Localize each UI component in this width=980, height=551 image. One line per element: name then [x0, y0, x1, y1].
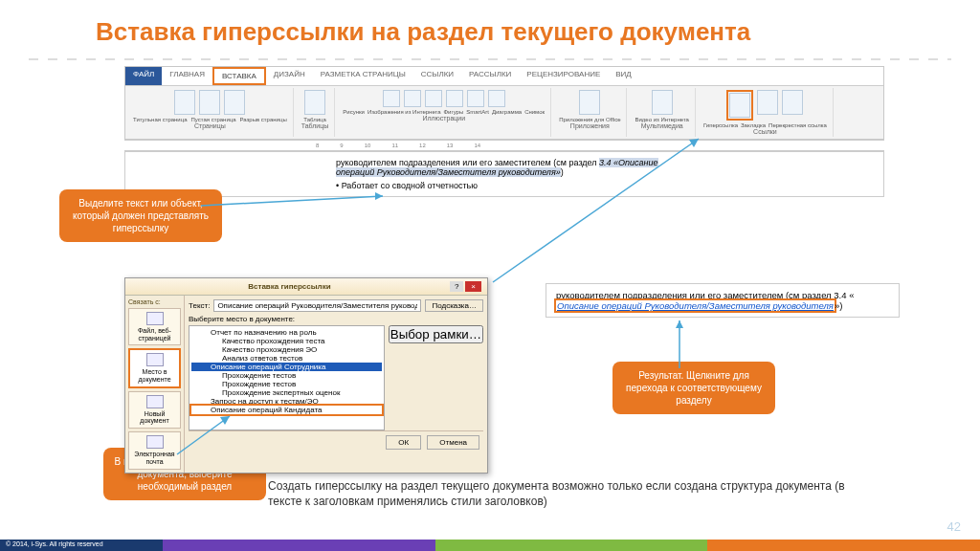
tree-item[interactable]: Анализ ответов тестов [191, 354, 382, 363]
svg-marker-7 [676, 320, 683, 328]
crossref-icon[interactable] [782, 90, 803, 115]
page-number: 42 [947, 519, 961, 534]
help-button[interactable]: ? [450, 281, 463, 292]
tree-item[interactable]: Отчет по назначению на роль [191, 328, 382, 337]
group-pages: Титульная страницаПустая страницаРазрыв … [127, 88, 294, 137]
chart-icon[interactable] [467, 90, 484, 107]
tree-item[interactable]: Прохождение тестов [191, 371, 382, 380]
text-input[interactable] [213, 299, 421, 312]
callout-select-text: Выделите текст или объект, который долже… [59, 189, 222, 242]
tree-item[interactable]: Прохождение экспертных оценок [191, 388, 382, 397]
document-icon [146, 353, 164, 366]
hint-button[interactable]: Подсказка… [425, 299, 483, 312]
slide-title: Вставка гиперссылки на раздел текущего д… [0, 0, 980, 55]
link-to-place[interactable]: Место в документе [128, 348, 181, 387]
globe-icon [146, 312, 164, 325]
frame-button[interactable]: Выбор рамки… [389, 325, 483, 343]
online-pictures-icon[interactable] [404, 90, 421, 107]
svg-line-0 [201, 196, 383, 206]
tab-file[interactable]: ФАЙЛ [125, 67, 162, 85]
link-to-new[interactable]: Новый документ [128, 391, 181, 429]
link-to-email[interactable]: Электронная почта [128, 431, 181, 469]
tab-mailings[interactable]: РАССЫЛКИ [461, 67, 519, 85]
tree-item[interactable]: Качество прохождения ЭО [191, 345, 382, 354]
hyperlink-highlight [726, 90, 753, 121]
group-links: ГиперссылкаЗакладкаПерекрестная ссылка С… [698, 88, 834, 137]
mail-icon [146, 435, 164, 449]
close-button[interactable]: × [465, 281, 481, 292]
result-hyperlink[interactable]: Описание операций Руководителя/Заместите… [556, 300, 835, 311]
tree-item[interactable]: Прохождение тестов [191, 380, 382, 388]
footer-bar: © 2014, i-Sys. All rights reserved [0, 540, 980, 551]
ok-button[interactable]: ОК [386, 435, 421, 450]
video-icon[interactable] [652, 90, 673, 115]
insert-hyperlink-dialog: Вставка гиперссылки ? × Связать с: Файл,… [124, 277, 488, 474]
group-illustrations: РисункиИзображения из ИнтернетаФигурыSma… [337, 88, 551, 137]
tab-home[interactable]: ГЛАВНАЯ [162, 67, 212, 85]
apps-icon[interactable] [579, 90, 600, 115]
copyright: © 2014, i-Sys. All rights reserved [0, 540, 163, 551]
group-tables: Таблица Таблицы [296, 88, 336, 137]
tree-item[interactable]: Качество прохождения теста [191, 337, 382, 345]
tab-layout[interactable]: РАЗМЕТКА СТРАНИЦЫ [313, 67, 413, 85]
group-apps: Приложения для Office Приложения [553, 88, 627, 137]
cover-page-icon[interactable] [174, 90, 195, 115]
tab-references[interactable]: ССЫЛКИ [413, 67, 461, 85]
page-break-icon[interactable] [224, 90, 245, 115]
pictures-icon[interactable] [383, 90, 400, 107]
divider [29, 58, 951, 60]
result-preview: руководителем подразделения или его заме… [546, 283, 900, 318]
note-text: Создать гиперссылку на раздел текущего д… [268, 478, 880, 509]
group-media: Видео из Интернета Мультимедиа [629, 88, 695, 137]
dialog-titlebar[interactable]: Вставка гиперссылки ? × [125, 278, 487, 296]
bookmark-icon[interactable] [757, 90, 778, 115]
tab-design[interactable]: ДИЗАЙН [266, 67, 313, 85]
document-preview: руководителем подразделения или его заме… [124, 151, 884, 197]
link-to-sidebar: Связать с: Файл, веб-страницей Место в д… [125, 296, 185, 473]
dialog-title-text: Вставка гиперссылки [131, 282, 448, 291]
new-doc-icon [146, 395, 164, 408]
tab-view[interactable]: ВИД [608, 67, 639, 85]
link-to-file[interactable]: Файл, веб-страницей [128, 308, 181, 345]
callout-result: Результат. Щелкните для перехода к соотв… [612, 362, 775, 414]
shapes-icon[interactable] [425, 90, 442, 107]
document-tree[interactable]: Отчет по назначению на роль Качество про… [189, 325, 385, 430]
blank-page-icon[interactable] [199, 90, 220, 115]
ribbon-tabs: ФАЙЛ ГЛАВНАЯ ВСТАВКА ДИЗАЙН РАЗМЕТКА СТР… [125, 67, 883, 86]
tab-review[interactable]: РЕЦЕНЗИРОВАНИЕ [519, 67, 608, 85]
screenshot-icon[interactable] [488, 90, 505, 107]
tree-item[interactable]: Запрос на доступ к тестам/ЭО [191, 397, 382, 406]
cancel-button[interactable]: Отмена [427, 435, 479, 450]
smartart-icon[interactable] [446, 90, 463, 107]
hyperlink-icon[interactable] [729, 93, 750, 118]
tab-insert[interactable]: ВСТАВКА [212, 67, 266, 85]
tree-item-selected[interactable]: Описание операций Сотрудника [191, 363, 382, 371]
word-ribbon: ФАЙЛ ГЛАВНАЯ ВСТАВКА ДИЗАЙН РАЗМЕТКА СТР… [124, 66, 884, 140]
ruler: 891011121314 [124, 140, 884, 151]
tree-item-highlighted[interactable]: Описание операций Кандидата [191, 406, 382, 414]
table-icon[interactable] [304, 90, 325, 115]
